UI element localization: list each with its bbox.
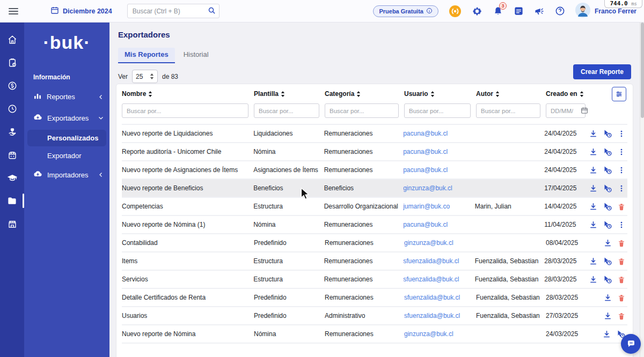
sidebar-item-reportes[interactable]: Reportes bbox=[24, 86, 109, 107]
delete-icon[interactable] bbox=[618, 239, 625, 247]
user-email-link[interactable]: pacuna@buk.cl bbox=[403, 166, 448, 174]
sidebar-item-personalizados[interactable]: Personalizados bbox=[27, 130, 106, 146]
sidebar-item-exportadores[interactable]: Exportadores bbox=[24, 107, 109, 129]
trial-badge[interactable]: Prueba Gratuita bbox=[373, 5, 438, 17]
user-email-link[interactable]: ginzunza@buk.cl bbox=[404, 239, 453, 247]
training-graduation-cap-icon[interactable] bbox=[7, 173, 17, 183]
user-email-link[interactable]: pacuna@buk.cl bbox=[403, 130, 448, 137]
run-history-icon[interactable] bbox=[603, 166, 612, 174]
scrollbar-track[interactable] bbox=[640, 23, 644, 357]
table-row[interactable]: Reporte auditoría - Unicomer ChileNómina… bbox=[122, 142, 627, 160]
benefits-basket-icon[interactable] bbox=[7, 150, 17, 160]
table-row[interactable]: CompetenciasEstructuraDesarrollo Organiz… bbox=[122, 197, 627, 215]
delete-icon[interactable] bbox=[618, 312, 625, 320]
announcements-megaphone-icon[interactable] bbox=[534, 6, 545, 17]
help-icon[interactable] bbox=[555, 6, 565, 16]
period-selector[interactable]: Diciembre 2024 bbox=[50, 6, 112, 17]
tab-mis-reportes[interactable]: Mis Reportes bbox=[118, 48, 175, 63]
table-row[interactable]: Nuevo reporte de Asignaciones de ÍtemsAs… bbox=[122, 160, 627, 178]
filter-categoria-input[interactable] bbox=[325, 103, 399, 118]
sort-icon[interactable] bbox=[281, 91, 285, 97]
download-icon[interactable] bbox=[589, 166, 597, 174]
sort-icon[interactable] bbox=[356, 91, 361, 97]
table-row[interactable]: ContabilidadPredefinidoRemuneracionesgin… bbox=[122, 233, 627, 251]
user-email-link[interactable]: sfuenzalida@buk.cl bbox=[404, 312, 460, 319]
download-icon[interactable] bbox=[603, 330, 611, 338]
download-icon[interactable] bbox=[604, 312, 612, 320]
filter-autor-input[interactable] bbox=[476, 103, 540, 118]
filter-nombre-input[interactable] bbox=[122, 103, 248, 118]
run-history-icon[interactable] bbox=[603, 220, 612, 229]
table-row[interactable]: Nuevo reporte de LiquidacionesLiquidacio… bbox=[122, 124, 627, 142]
hamburger-menu-icon[interactable] bbox=[9, 8, 18, 14]
talent-hand-heart-icon[interactable] bbox=[7, 127, 17, 137]
delete-icon[interactable] bbox=[618, 257, 625, 265]
more-options-icon[interactable] bbox=[618, 184, 625, 192]
download-icon[interactable] bbox=[604, 294, 612, 302]
chat-fab-button[interactable] bbox=[621, 334, 641, 354]
filter-date-input[interactable] bbox=[546, 103, 586, 118]
sort-icon[interactable] bbox=[580, 91, 584, 97]
column-header-plantilla[interactable]: Plantilla bbox=[254, 90, 325, 98]
search-icon[interactable] bbox=[208, 6, 216, 17]
tab-historial[interactable]: Historial bbox=[177, 48, 215, 63]
download-icon[interactable] bbox=[589, 184, 597, 192]
user-email-link[interactable]: sfuenzalida@buk.cl bbox=[404, 294, 460, 301]
download-icon[interactable] bbox=[589, 221, 597, 229]
more-options-icon[interactable] bbox=[618, 166, 625, 174]
run-history-icon[interactable] bbox=[603, 202, 612, 211]
column-header-autor[interactable]: Autor bbox=[476, 90, 546, 98]
run-history-icon[interactable] bbox=[603, 184, 612, 192]
documents-folder-icon[interactable] bbox=[7, 196, 17, 206]
run-history-icon[interactable] bbox=[603, 275, 612, 284]
sidebar-item-exportador[interactable]: Exportador bbox=[24, 147, 109, 164]
sort-icon[interactable] bbox=[430, 91, 435, 97]
column-header-nombre[interactable]: Nombre bbox=[122, 90, 254, 98]
filter-usuario-input[interactable] bbox=[404, 103, 471, 118]
column-settings-button[interactable] bbox=[612, 87, 626, 101]
more-options-icon[interactable] bbox=[618, 148, 625, 156]
delete-icon[interactable] bbox=[618, 203, 625, 211]
column-header-creado-en[interactable]: Creado en bbox=[546, 90, 591, 98]
table-row[interactable]: Nuevo reporte de BeneficiosBeneficiosBen… bbox=[122, 178, 627, 197]
settings-gear-icon[interactable] bbox=[472, 6, 482, 17]
delete-icon[interactable] bbox=[618, 276, 625, 284]
sidebar-item-importadores[interactable]: Importadores bbox=[24, 164, 109, 185]
tasks-clipboard-icon[interactable] bbox=[7, 57, 17, 68]
column-header-usuario[interactable]: Usuario bbox=[404, 90, 476, 98]
more-options-icon[interactable] bbox=[618, 221, 625, 229]
global-search-input[interactable] bbox=[127, 4, 219, 18]
run-history-icon[interactable] bbox=[603, 257, 612, 265]
filter-plantilla-input[interactable] bbox=[254, 103, 319, 118]
user-email-link[interactable]: pacuna@buk.cl bbox=[403, 221, 448, 228]
notifications-bell-icon[interactable]: 3 bbox=[493, 6, 503, 17]
table-row[interactable]: ServiciosEstructuraRemuneracionessfuenza… bbox=[122, 270, 627, 288]
marketplace-store-icon[interactable] bbox=[7, 219, 17, 229]
user-email-link[interactable]: ginzunza@buk.cl bbox=[403, 184, 452, 192]
table-row[interactable]: Nuevo reporte de Nómina (1)NóminaRemuner… bbox=[122, 215, 627, 233]
column-header-categoria[interactable]: Categoría bbox=[325, 90, 404, 98]
home-icon[interactable] bbox=[7, 34, 17, 44]
table-row[interactable]: UsuariosPredefinidoAdministrativosfuenza… bbox=[122, 306, 627, 324]
download-icon[interactable] bbox=[589, 257, 597, 265]
user-email-link[interactable]: sfuenzalida@buk.cl bbox=[403, 276, 459, 283]
user-email-link[interactable]: ginzunza@buk.cl bbox=[404, 330, 453, 338]
payments-coin-icon[interactable] bbox=[7, 80, 17, 91]
user-email-link[interactable]: jumarin@buk.co bbox=[403, 203, 450, 210]
time-clock-icon[interactable] bbox=[7, 103, 17, 114]
create-report-button[interactable]: Crear Reporte bbox=[573, 64, 631, 79]
user-email-link[interactable]: pacuna@buk.cl bbox=[403, 148, 448, 155]
download-icon[interactable] bbox=[589, 130, 597, 138]
rewards-icon[interactable] bbox=[449, 5, 462, 18]
run-history-icon[interactable] bbox=[603, 129, 612, 138]
table-row[interactable]: Nuevo reporte de NóminaNóminaRemuneracio… bbox=[122, 324, 627, 343]
scrollbar-thumb[interactable] bbox=[641, 23, 644, 118]
sort-icon[interactable] bbox=[495, 91, 500, 97]
table-row[interactable]: Detalle Certificados de RentaPredefinido… bbox=[122, 288, 627, 306]
user-email-link[interactable]: sfuenzalida@buk.cl bbox=[403, 257, 459, 265]
calendar-icon[interactable] bbox=[581, 107, 588, 116]
page-size-select[interactable]: 25 bbox=[132, 70, 158, 83]
run-history-icon[interactable] bbox=[603, 147, 612, 156]
download-icon[interactable] bbox=[589, 276, 597, 284]
news-icon[interactable] bbox=[514, 6, 524, 16]
